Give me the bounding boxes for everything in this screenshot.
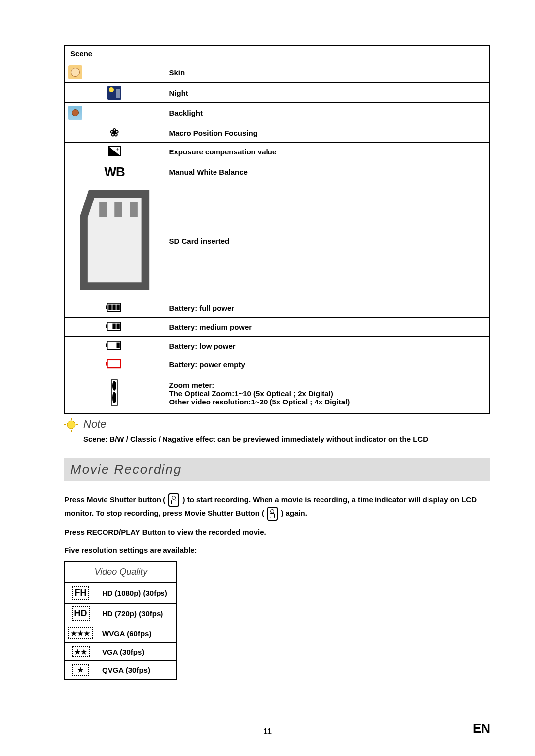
backlight-icon xyxy=(68,106,82,120)
movie-recording-text: Press Movie Shutter button ( ) to start … xyxy=(64,493,490,556)
row-label: Battery: power empty xyxy=(164,355,490,374)
resolution-table: Video Quality FHHD (1080p) (30fps) HDHD … xyxy=(64,561,177,680)
svg-rect-5 xyxy=(109,304,112,310)
res-label: HD (720p) (30fps) xyxy=(96,604,177,624)
battery-empty-icon xyxy=(106,362,123,371)
res-badge-2star: ★★ xyxy=(72,646,90,657)
row-label: Backlight xyxy=(164,103,490,123)
lightbulb-icon xyxy=(64,418,78,432)
res-badge-fh: FH xyxy=(72,586,89,600)
skin-icon xyxy=(68,65,82,79)
row-label: Battery: medium power xyxy=(164,317,490,336)
note-heading: Note xyxy=(83,418,106,431)
res-badge-hd: HD xyxy=(72,606,90,621)
language-label: EN xyxy=(473,721,490,736)
res-label: HD (1080p) (30fps) xyxy=(96,583,177,604)
res-label: WVGA (60fps) xyxy=(96,624,177,643)
zoom-description: Zoom meter: The Optical Zoom:1~10 (5x Op… xyxy=(164,374,490,413)
battery-medium-icon xyxy=(106,325,123,333)
res-header: Video Quality xyxy=(65,561,177,583)
res-label: VGA (30fps) xyxy=(96,643,177,661)
movie-shutter-icon xyxy=(267,507,278,521)
row-label: Macro Position Focusing xyxy=(164,123,490,143)
svg-rect-16 xyxy=(106,362,107,365)
svg-rect-10 xyxy=(113,323,116,329)
res-label: QVGA (30fps) xyxy=(96,661,177,680)
svg-point-18 xyxy=(112,381,116,391)
svg-rect-15 xyxy=(107,359,121,367)
scene-header: Scene xyxy=(65,45,490,62)
svg-rect-13 xyxy=(106,343,107,347)
section-heading: Movie Recording xyxy=(64,458,490,481)
res-badge-3star: ★★★ xyxy=(68,627,93,639)
row-label: Exposure compensation value xyxy=(164,143,490,161)
svg-rect-0 xyxy=(99,202,107,217)
svg-rect-11 xyxy=(117,323,120,329)
row-label: Manual White Balance xyxy=(164,161,490,183)
svg-point-20 xyxy=(67,421,75,429)
svg-rect-1 xyxy=(114,202,122,217)
scene-indicators-table: Scene Skin Night Backlight ❀Macro Positi… xyxy=(64,45,490,414)
white-balance-icon: WB xyxy=(105,164,125,179)
page-number: 11 xyxy=(0,727,535,736)
movie-shutter-icon xyxy=(168,493,179,507)
battery-low-icon xyxy=(106,344,123,352)
svg-rect-4 xyxy=(106,305,107,309)
night-icon xyxy=(107,86,121,100)
sd-card-icon xyxy=(68,287,160,296)
row-label: Skin xyxy=(164,62,490,83)
row-label: Night xyxy=(164,83,490,103)
res-badge-1star: ★ xyxy=(72,664,89,676)
svg-rect-7 xyxy=(117,304,120,310)
svg-rect-2 xyxy=(130,202,138,217)
svg-rect-6 xyxy=(113,304,116,310)
svg-rect-9 xyxy=(106,324,107,328)
svg-point-19 xyxy=(112,392,116,403)
zoom-meter-icon xyxy=(110,379,118,406)
row-label: Battery: full power xyxy=(164,299,490,317)
row-label: Battery: low power xyxy=(164,336,490,355)
row-label: SD Card inserted xyxy=(164,183,490,299)
exposure-compensation-icon xyxy=(108,146,121,156)
svg-rect-14 xyxy=(117,342,120,348)
note-text: Scene: B/W / Classic / Nagative effect c… xyxy=(83,434,490,444)
macro-flower-icon: ❀ xyxy=(110,126,119,139)
battery-full-icon xyxy=(106,306,123,314)
